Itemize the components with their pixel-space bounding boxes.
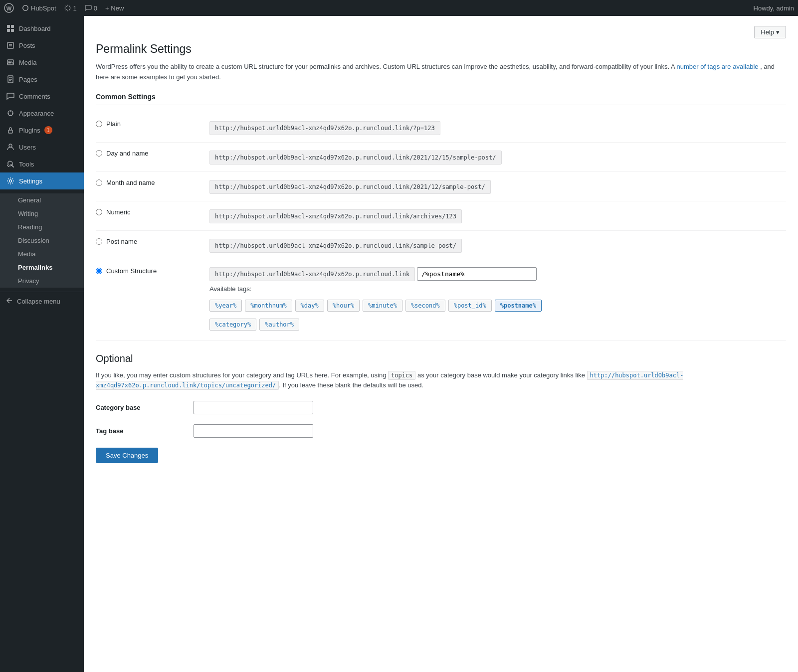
settings-submenu: General Writing Reading Discussion Media… (0, 193, 84, 288)
sidebar-item-users[interactable]: Users (0, 139, 84, 156)
sidebar-item-appearance[interactable]: Appearance (0, 105, 84, 122)
submenu-writing[interactable]: Writing (0, 207, 84, 220)
updates-item[interactable]: 1 (64, 4, 77, 12)
plain-label[interactable]: Plain (96, 120, 201, 128)
day-and-name-label[interactable]: Day and name (96, 150, 201, 157)
comments-item[interactable]: 0 (85, 4, 97, 12)
svg-rect-5 (11, 29, 14, 32)
numeric-url: http://hubspot.urld0b9acl-xmz4qd97x62o.p… (209, 209, 462, 223)
topics-code: topics (388, 371, 415, 380)
custom-url-input[interactable] (417, 267, 537, 281)
month-and-name-url: http://hubspot.urld0b9acl-xmz4qd97x62o.p… (209, 180, 491, 194)
category-base-label: Category base (96, 404, 186, 411)
submenu-discussion[interactable]: Discussion (0, 234, 84, 247)
posts-icon (6, 41, 15, 50)
day-and-name-option-row: Day and name http://hubspot.urld0b9acl-x… (96, 142, 786, 171)
svg-rect-9 (7, 60, 13, 65)
svg-rect-16 (8, 130, 12, 133)
tags-row-1: %year% %monthnum% %day% %hour% %minute% … (209, 300, 782, 312)
svg-point-19 (9, 180, 12, 182)
category-base-input[interactable] (194, 401, 313, 414)
tag-hour[interactable]: %hour% (327, 300, 360, 312)
page-title: Permalink Settings (96, 42, 786, 56)
tag-base-input[interactable] (194, 424, 313, 438)
submenu-permalinks[interactable]: Permalinks (0, 261, 84, 274)
custom-structure-option-row: Custom Structure http://hubspot.urld0b9a… (96, 260, 786, 340)
tools-icon (6, 160, 15, 168)
tags-link[interactable]: number of tags are available (676, 63, 758, 70)
submenu-general[interactable]: General (0, 193, 84, 207)
help-bar: Help ▾ (96, 26, 786, 38)
plain-radio[interactable] (96, 121, 102, 127)
save-changes-button[interactable]: Save Changes (96, 448, 158, 463)
available-tags-label: Available tags: (209, 285, 782, 293)
month-and-name-radio[interactable] (96, 179, 102, 186)
sidebar-menu: Dashboard Posts Media Pages (0, 16, 84, 193)
collapse-icon (6, 297, 13, 306)
tag-postname[interactable]: %postname% (495, 300, 542, 312)
numeric-label[interactable]: Numeric (96, 208, 201, 216)
svg-rect-3 (11, 25, 14, 28)
collapse-menu[interactable]: Collapse menu (0, 292, 84, 311)
tag-monthnum[interactable]: %monthnum% (245, 300, 292, 312)
tag-minute[interactable]: %minute% (363, 300, 402, 312)
numeric-radio[interactable] (96, 209, 102, 215)
post-name-url: http://hubspot.urld0b9acl-xmz4qd97x62o.p… (209, 239, 462, 253)
submenu-privacy[interactable]: Privacy (0, 274, 84, 288)
svg-text:W: W (6, 5, 12, 11)
permalink-options-table: Plain http://hubspot.urld0b9acl-xmz4qd97… (96, 113, 786, 341)
sidebar-item-dashboard[interactable]: Dashboard (0, 20, 84, 37)
common-settings-title: Common Settings (96, 93, 786, 105)
comments-icon (6, 92, 15, 101)
tags-row-2: %category% %author% (209, 319, 782, 331)
submenu-reading[interactable]: Reading (0, 220, 84, 234)
custom-structure-radio[interactable] (96, 268, 102, 274)
sidebar-item-media[interactable]: Media (0, 54, 84, 71)
sidebar-item-tools[interactable]: Tools (0, 156, 84, 172)
appearance-icon (6, 109, 15, 118)
plugins-icon (6, 126, 15, 135)
sidebar-item-plugins[interactable]: Plugins 1 (0, 122, 84, 139)
month-and-name-option-row: Month and name http://hubspot.urld0b9acl… (96, 171, 786, 201)
help-button[interactable]: Help ▾ (754, 26, 786, 38)
month-and-name-label[interactable]: Month and name (96, 179, 201, 186)
users-icon (6, 143, 15, 152)
post-name-radio[interactable] (96, 238, 102, 245)
sidebar-item-comments[interactable]: Comments (0, 88, 84, 105)
tag-second[interactable]: %second% (405, 300, 445, 312)
svg-rect-2 (7, 25, 10, 28)
optional-title: Optional (96, 353, 786, 364)
sidebar: Dashboard Posts Media Pages (0, 16, 84, 672)
pages-icon (6, 75, 15, 84)
settings-icon (6, 176, 15, 185)
howdy-text: Howdy, admin (754, 4, 794, 12)
tag-day[interactable]: %day% (295, 300, 324, 312)
plugins-badge: 1 (44, 126, 52, 134)
day-and-name-radio[interactable] (96, 150, 102, 157)
new-content-item[interactable]: + New (105, 4, 124, 12)
tag-post-id[interactable]: %post_id% (448, 300, 492, 312)
custom-structure-label[interactable]: Custom Structure (96, 267, 201, 275)
site-name[interactable]: HubSpot (22, 4, 56, 12)
post-name-label[interactable]: Post name (96, 238, 201, 245)
optional-description: If you like, you may enter custom struct… (96, 370, 786, 391)
tag-base-row: Tag base (96, 424, 786, 438)
custom-url-display: http://hubspot.urld0b9acl-xmz4qd97x62o.p… (209, 267, 782, 281)
numeric-option-row: Numeric http://hubspot.urld0b9acl-xmz4qd… (96, 201, 786, 230)
tag-year[interactable]: %year% (209, 300, 242, 312)
sidebar-item-posts[interactable]: Posts (0, 37, 84, 54)
custom-url-prefix: http://hubspot.urld0b9acl-xmz4qd97x62o.p… (209, 267, 415, 281)
sidebar-item-settings[interactable]: Settings (0, 172, 84, 189)
submenu-media[interactable]: Media (0, 247, 84, 261)
media-icon (6, 58, 15, 67)
dashboard-icon (6, 24, 15, 33)
tag-author[interactable]: %author% (259, 319, 299, 331)
day-and-name-url: http://hubspot.urld0b9acl-xmz4qd97x62o.p… (209, 151, 502, 165)
tag-category[interactable]: %category% (209, 319, 256, 331)
top-bar: W HubSpot 1 0 + New Howdy, admin (0, 0, 798, 16)
custom-structure-wrap: http://hubspot.urld0b9acl-xmz4qd97x62o.p… (209, 267, 782, 334)
post-name-option-row: Post name http://hubspot.urld0b9acl-xmz4… (96, 230, 786, 260)
main-content: Help ▾ Permalink Settings WordPress offe… (84, 16, 798, 672)
sidebar-item-pages[interactable]: Pages (0, 71, 84, 88)
wp-logo[interactable]: W (4, 3, 14, 13)
